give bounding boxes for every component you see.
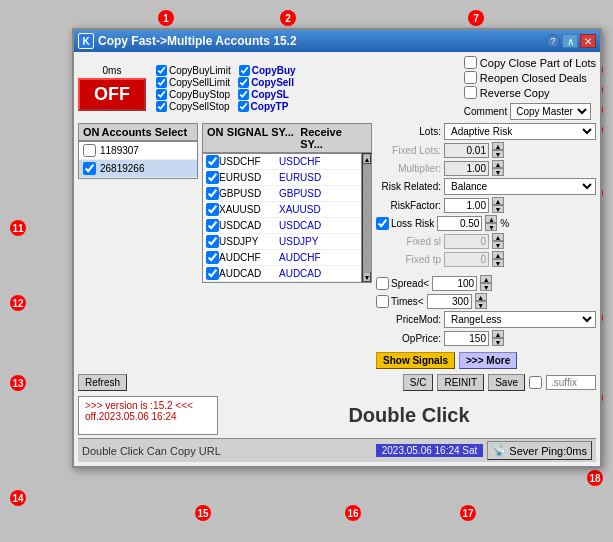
spread-down[interactable]: ▼ bbox=[480, 283, 492, 291]
account-row-1: 1189307 bbox=[79, 142, 197, 160]
price-mod-label: PriceMod: bbox=[376, 314, 441, 325]
multiplier-up[interactable]: ▲ bbox=[492, 160, 504, 168]
suffix-input[interactable] bbox=[546, 375, 596, 390]
op-price-up[interactable]: ▲ bbox=[492, 330, 504, 338]
multiplier-input[interactable] bbox=[444, 161, 489, 176]
minimize-button[interactable]: ∧ bbox=[562, 34, 578, 48]
fixed-tp-down[interactable]: ▼ bbox=[492, 259, 504, 267]
times-checkbox[interactable] bbox=[376, 295, 389, 308]
sever-ping-button[interactable]: 📡 Sever Ping:0ms bbox=[487, 441, 592, 460]
loss-risk-input[interactable] bbox=[437, 216, 482, 231]
cb-copybuy-label: CopyBuy bbox=[252, 65, 296, 76]
loss-risk-down[interactable]: ▼ bbox=[485, 223, 497, 231]
signal-7-cb[interactable] bbox=[206, 251, 219, 264]
cb-copy-close-input[interactable] bbox=[464, 56, 477, 69]
fixed-sl-input[interactable] bbox=[444, 234, 489, 249]
fixed-lots-down[interactable]: ▼ bbox=[492, 150, 504, 158]
account-2-checkbox[interactable] bbox=[83, 162, 96, 175]
signal-2-sym: EURUSD bbox=[219, 172, 279, 183]
times-cb-group: Times< bbox=[376, 295, 424, 308]
comment-row: Comment Copy Master bbox=[464, 103, 596, 120]
spread-cb-group: Spread< bbox=[376, 277, 429, 290]
close-button[interactable]: ✕ bbox=[580, 34, 596, 48]
account-row-2[interactable]: 26819266 bbox=[79, 160, 197, 178]
signal-2-cb[interactable] bbox=[206, 171, 219, 184]
risk-factor-spinners: ▲ ▼ bbox=[492, 197, 504, 213]
cb-copysell-input[interactable] bbox=[238, 77, 249, 88]
signal-1-recv: USDCHF bbox=[279, 156, 321, 167]
double-click-area[interactable]: Double Click bbox=[222, 396, 596, 435]
comment-select[interactable]: Copy Master bbox=[510, 103, 591, 120]
op-price-down[interactable]: ▼ bbox=[492, 338, 504, 346]
help-button[interactable]: ? bbox=[546, 34, 560, 48]
op-price-input[interactable] bbox=[444, 331, 489, 346]
fixed-lots-input[interactable] bbox=[444, 143, 489, 158]
risk-factor-row: RiskFactor: ▲ ▼ bbox=[376, 197, 596, 213]
times-up[interactable]: ▲ bbox=[475, 293, 487, 301]
cb-copy-close: Copy Close Part of Lots bbox=[464, 56, 596, 69]
loss-risk-checkbox[interactable] bbox=[376, 217, 389, 230]
off-button[interactable]: OFF bbox=[78, 78, 146, 111]
account-1-id: 1189307 bbox=[100, 145, 139, 156]
cb-copysellstop-input[interactable] bbox=[156, 101, 167, 112]
risk-related-select[interactable]: Balance bbox=[444, 178, 596, 195]
spread-up[interactable]: ▲ bbox=[480, 275, 492, 283]
risk-factor-down[interactable]: ▼ bbox=[492, 205, 504, 213]
cb-copybuystop-input[interactable] bbox=[156, 89, 167, 100]
risk-factor-up[interactable]: ▲ bbox=[492, 197, 504, 205]
cb-copytp-input[interactable] bbox=[238, 101, 249, 112]
signals-scrollbar[interactable]: ▲ ▼ bbox=[362, 153, 372, 283]
scroll-up-arrow[interactable]: ▲ bbox=[363, 154, 371, 164]
fixed-tp-spinners: ▲ ▼ bbox=[492, 251, 504, 267]
more-button[interactable]: >>> More bbox=[459, 352, 517, 369]
save-button[interactable]: Save bbox=[488, 374, 525, 391]
multiplier-down[interactable]: ▼ bbox=[492, 168, 504, 176]
fixed-lots-up[interactable]: ▲ bbox=[492, 142, 504, 150]
refresh-button[interactable]: Refresh bbox=[78, 374, 127, 391]
cb-copyselllimit: CopySellLimit bbox=[156, 77, 230, 88]
cb-copybuy-input[interactable] bbox=[239, 65, 250, 76]
status-bar: Double Click Can Copy URL 2023.05.06 16:… bbox=[78, 438, 596, 462]
scroll-thumb[interactable] bbox=[363, 164, 371, 272]
config-panel: Lots: Adaptive Risk Fixed Lots: ▲ ▼ bbox=[376, 123, 596, 369]
spread-checkbox[interactable] bbox=[376, 277, 389, 290]
cb-copybuy: CopyBuy bbox=[239, 65, 296, 76]
scroll-down-arrow[interactable]: ▼ bbox=[363, 272, 371, 282]
fixed-tp-label: Fixed tp bbox=[376, 254, 441, 265]
cb-reopen-input[interactable] bbox=[464, 71, 477, 84]
save-checkbox[interactable] bbox=[529, 376, 542, 389]
window-icon: K bbox=[78, 33, 94, 49]
times-input[interactable] bbox=[427, 294, 472, 309]
signal-8-cb[interactable] bbox=[206, 267, 219, 280]
label-12: 12 bbox=[10, 295, 26, 311]
lots-select[interactable]: Adaptive Risk bbox=[444, 123, 596, 140]
reinit-button[interactable]: REINIT bbox=[437, 374, 484, 391]
signal-4-cb[interactable] bbox=[206, 203, 219, 216]
fixed-tp-up[interactable]: ▲ bbox=[492, 251, 504, 259]
title-left: K Copy Fast->Multiple Accounts 15.2 bbox=[78, 33, 297, 49]
cb-reopen-label: Reopen Closed Deals bbox=[480, 72, 587, 84]
times-row: Times< ▲ ▼ bbox=[376, 293, 596, 309]
price-mod-select[interactable]: RangeLess bbox=[444, 311, 596, 328]
signal-5-cb[interactable] bbox=[206, 219, 219, 232]
fixed-sl-down[interactable]: ▼ bbox=[492, 241, 504, 249]
times-down[interactable]: ▼ bbox=[475, 301, 487, 309]
op-price-spinners: ▲ ▼ bbox=[492, 330, 504, 346]
cb-copyselllimit-input[interactable] bbox=[156, 77, 167, 88]
loss-risk-up[interactable]: ▲ bbox=[485, 215, 497, 223]
cb-copybuylimit-input[interactable] bbox=[156, 65, 167, 76]
risk-factor-input[interactable] bbox=[444, 198, 489, 213]
signal-3-cb[interactable] bbox=[206, 187, 219, 200]
cb-reverse-input[interactable] bbox=[464, 86, 477, 99]
spread-row: Spread< ▲ ▼ bbox=[376, 275, 596, 291]
account-1-checkbox[interactable] bbox=[83, 144, 96, 157]
signal-6-cb[interactable] bbox=[206, 235, 219, 248]
show-signals-button[interactable]: Show Signals bbox=[376, 352, 455, 369]
loss-risk-unit: % bbox=[500, 218, 509, 229]
signal-1-cb[interactable] bbox=[206, 155, 219, 168]
fixed-sl-up[interactable]: ▲ bbox=[492, 233, 504, 241]
fixed-tp-input[interactable] bbox=[444, 252, 489, 267]
sc-button[interactable]: S/C bbox=[403, 374, 434, 391]
spread-input[interactable] bbox=[432, 276, 477, 291]
cb-copysl-input[interactable] bbox=[238, 89, 249, 100]
